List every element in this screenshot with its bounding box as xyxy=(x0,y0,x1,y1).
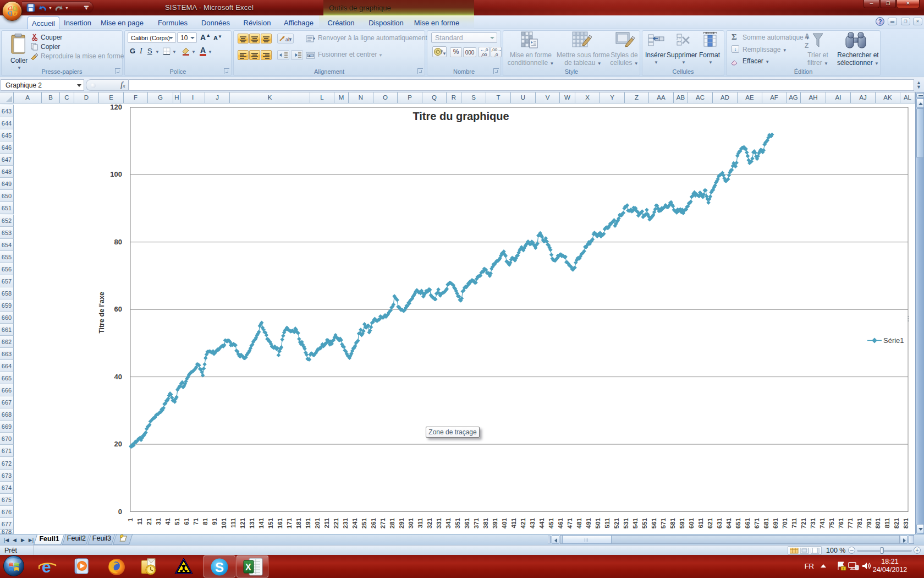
svg-text:120: 120 xyxy=(110,103,122,111)
svg-text:51: 51 xyxy=(174,517,180,525)
svg-text:11: 11 xyxy=(136,517,143,525)
svg-text:331: 331 xyxy=(436,517,442,528)
svg-text:271: 271 xyxy=(380,517,386,528)
svg-text:781: 781 xyxy=(856,517,863,528)
svg-text:391: 391 xyxy=(492,517,498,528)
svg-text:e: e xyxy=(42,558,51,576)
svg-text:81: 81 xyxy=(202,517,208,525)
svg-text:21: 21 xyxy=(146,517,152,525)
svg-text:621: 621 xyxy=(707,517,713,528)
svg-text:341: 341 xyxy=(445,517,452,528)
svg-text:831: 831 xyxy=(903,517,909,528)
svg-text:541: 541 xyxy=(632,517,639,528)
svg-text:471: 471 xyxy=(566,517,573,528)
svg-text:721: 721 xyxy=(800,517,807,528)
svg-text:191: 191 xyxy=(305,517,311,528)
svg-text:491: 491 xyxy=(585,517,592,528)
svg-text:231: 231 xyxy=(342,517,349,528)
svg-text:641: 641 xyxy=(725,517,732,528)
svg-text:551: 551 xyxy=(641,517,648,528)
svg-text:20: 20 xyxy=(114,440,122,448)
svg-text:661: 661 xyxy=(744,517,751,528)
svg-text:431: 431 xyxy=(529,517,536,528)
svg-text:691: 691 xyxy=(772,517,779,528)
svg-text:671: 671 xyxy=(754,517,760,528)
svg-text:741: 741 xyxy=(819,517,826,528)
svg-text:631: 631 xyxy=(716,517,723,528)
svg-text:221: 221 xyxy=(333,517,339,528)
svg-text:451: 451 xyxy=(548,517,554,528)
svg-text:321: 321 xyxy=(426,517,433,528)
svg-text:131: 131 xyxy=(249,517,255,528)
svg-text:Titre du graphique: Titre du graphique xyxy=(413,110,509,122)
svg-text:821: 821 xyxy=(893,517,900,528)
svg-text:751: 751 xyxy=(828,517,835,528)
svg-text:771: 771 xyxy=(847,517,854,528)
svg-text:581: 581 xyxy=(669,517,676,528)
svg-text:601: 601 xyxy=(688,517,695,528)
svg-text:251: 251 xyxy=(361,517,367,528)
svg-text:40: 40 xyxy=(114,373,122,381)
svg-text:591: 591 xyxy=(679,517,685,528)
svg-text:711: 711 xyxy=(791,517,798,528)
svg-text:X: X xyxy=(245,563,251,572)
svg-text:611: 611 xyxy=(697,517,704,528)
svg-text:31: 31 xyxy=(155,517,162,525)
svg-text:61: 61 xyxy=(183,517,190,525)
svg-text:181: 181 xyxy=(295,517,302,528)
svg-text:141: 141 xyxy=(258,517,265,528)
svg-text:S: S xyxy=(215,560,224,575)
svg-text:0: 0 xyxy=(118,508,122,516)
svg-text:100: 100 xyxy=(110,170,122,178)
svg-text:801: 801 xyxy=(875,517,881,528)
svg-text:291: 291 xyxy=(398,517,405,528)
svg-text:!: ! xyxy=(843,567,844,571)
svg-text:561: 561 xyxy=(651,517,657,528)
svg-text:361: 361 xyxy=(464,517,470,528)
svg-text:811: 811 xyxy=(884,517,890,528)
svg-text:701: 701 xyxy=(782,517,788,528)
svg-text:481: 481 xyxy=(576,517,582,528)
svg-text:651: 651 xyxy=(735,517,741,528)
svg-text:111: 111 xyxy=(230,517,237,528)
svg-text:▼: ▼ xyxy=(48,6,52,10)
svg-text:531: 531 xyxy=(623,517,629,528)
svg-text:A: A xyxy=(805,32,810,40)
svg-text:571: 571 xyxy=(660,517,667,528)
svg-text:1: 1 xyxy=(127,517,134,521)
svg-text:371: 371 xyxy=(473,517,480,528)
svg-text:201: 201 xyxy=(314,517,321,528)
svg-text:351: 351 xyxy=(454,517,461,528)
svg-text:41: 41 xyxy=(164,517,171,525)
svg-text:381: 381 xyxy=(482,517,489,528)
svg-text:Z: Z xyxy=(805,42,809,50)
svg-text:91: 91 xyxy=(211,517,218,525)
svg-text:301: 301 xyxy=(408,517,414,528)
svg-text:261: 261 xyxy=(370,517,377,528)
svg-text:71: 71 xyxy=(193,517,199,525)
svg-text:731: 731 xyxy=(810,517,816,528)
svg-text:80: 80 xyxy=(114,238,122,246)
svg-text:101: 101 xyxy=(221,517,227,528)
svg-text:401: 401 xyxy=(501,517,508,528)
svg-text:171: 171 xyxy=(286,517,293,528)
svg-text:441: 441 xyxy=(538,517,545,528)
svg-text:791: 791 xyxy=(866,517,872,528)
svg-text:501: 501 xyxy=(595,517,601,528)
svg-text:161: 161 xyxy=(277,517,283,528)
svg-text:681: 681 xyxy=(763,517,769,528)
svg-text:121: 121 xyxy=(239,517,246,528)
svg-text:761: 761 xyxy=(838,517,844,528)
svg-text:511: 511 xyxy=(604,517,610,528)
svg-text:521: 521 xyxy=(613,517,620,528)
svg-text:▼: ▼ xyxy=(65,6,69,10)
svg-text:151: 151 xyxy=(267,517,274,528)
svg-text:281: 281 xyxy=(389,517,395,528)
svg-text:Série1: Série1 xyxy=(883,336,904,345)
svg-text:Titre de l'axe: Titre de l'axe xyxy=(98,292,106,334)
svg-text:60: 60 xyxy=(114,305,122,313)
svg-text:411: 411 xyxy=(510,517,517,528)
svg-text:421: 421 xyxy=(520,517,526,528)
svg-text:211: 211 xyxy=(323,517,330,528)
svg-text:241: 241 xyxy=(351,517,358,528)
